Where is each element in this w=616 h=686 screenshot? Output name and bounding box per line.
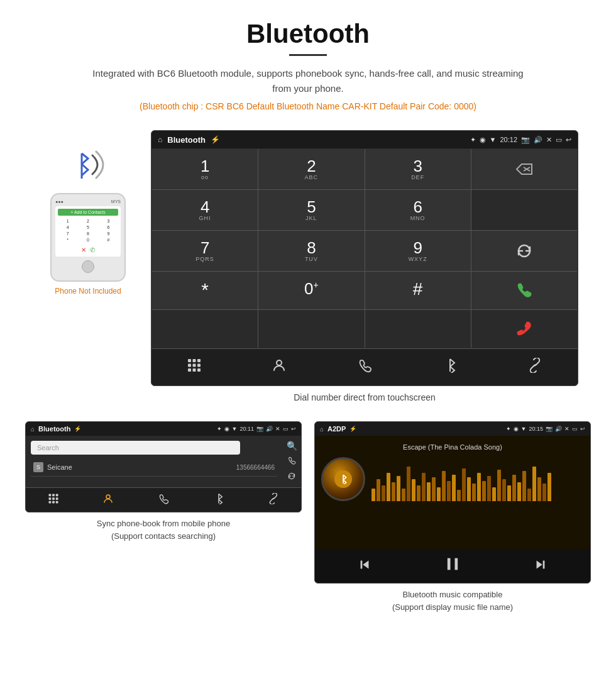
- nav-phone-icon[interactable]: [347, 355, 382, 379]
- camera-icon[interactable]: 📷: [521, 136, 530, 144]
- screen-label: Bluetooth: [167, 135, 206, 145]
- music-play-icon[interactable]: [444, 555, 461, 577]
- nav-dialpad-icon[interactable]: [177, 355, 212, 379]
- pb-back-icon[interactable]: ↩: [291, 426, 296, 432]
- dial-key-hash[interactable]: #: [365, 272, 471, 309]
- pb-time: 20:11: [239, 426, 254, 432]
- pb-nav-phone[interactable]: [158, 493, 169, 507]
- pb-win-icon[interactable]: ▭: [283, 426, 289, 432]
- time-display: 20:12: [500, 136, 517, 143]
- mus-back-icon[interactable]: ↩: [580, 426, 585, 432]
- pb-nav-contacts[interactable]: [102, 493, 114, 507]
- music-bar: [437, 487, 441, 501]
- svg-rect-23: [56, 501, 58, 504]
- music-bar: [502, 479, 506, 501]
- dial-key-6[interactable]: 6 MNO: [365, 190, 471, 230]
- pb-sidebar-refresh-icon[interactable]: [287, 472, 296, 482]
- mus-cam-icon[interactable]: 📷: [546, 426, 553, 432]
- nav-bluetooth-icon[interactable]: [432, 355, 468, 379]
- phonebook-main: Search S Seicane 13566664466: [26, 436, 282, 487]
- main-car-screen: ⌂ Bluetooth ⚡ ✦ ◉ ▼ 20:12 📷 🔊 ✕ ▭ ↩: [151, 130, 578, 386]
- close-icon[interactable]: ✕: [546, 136, 552, 144]
- main-status-bar: ⌂ Bluetooth ⚡ ✦ ◉ ▼ 20:12 📷 🔊 ✕ ▭ ↩: [151, 131, 578, 148]
- dial-key-1[interactable]: 1 oo: [152, 149, 258, 189]
- dial-key-star[interactable]: *: [152, 272, 258, 309]
- dial-key-7[interactable]: 7 PQRS: [152, 231, 258, 271]
- title-divider: [289, 54, 327, 56]
- pb-home-icon[interactable]: ⌂: [31, 426, 35, 433]
- mus-win-icon[interactable]: ▭: [572, 426, 578, 432]
- music-song-title: Escape (The Pina Colada Song): [321, 443, 584, 451]
- volume-icon[interactable]: 🔊: [534, 136, 542, 144]
- bluetooth-status-icon: ✦: [470, 136, 476, 144]
- dial-key-0[interactable]: 0+: [258, 272, 364, 309]
- contact-entry-seicane[interactable]: S Seicane 13566664466: [31, 458, 277, 477]
- bottom-section: ⌂ Bluetooth ⚡ ✦ ◉ ▼ 20:11 📷 🔊 ✕ ▭ ↩: [0, 421, 616, 626]
- pb-cam-icon[interactable]: 📷: [256, 426, 263, 432]
- music-prev-icon[interactable]: [358, 558, 371, 575]
- svg-rect-10: [188, 368, 191, 372]
- music-screen-block: ⌂ A2DP ⚡ ✦ ◉ ▼ 20:15 📷 🔊 ✕ ▭ ↩ Escape: [314, 421, 591, 613]
- usb-icon: ⚡: [211, 135, 220, 144]
- svg-rect-16: [52, 494, 55, 497]
- mus-screen-label: A2DP: [327, 425, 346, 433]
- music-bar: [547, 473, 551, 501]
- svg-rect-6: [197, 359, 201, 362]
- phone-dial-grid: 123 456 789 *0#: [58, 218, 118, 243]
- svg-rect-32: [543, 560, 545, 568]
- nav-link-icon[interactable]: [517, 355, 553, 379]
- dial-key-call-red[interactable]: [471, 310, 577, 348]
- dial-key-backspace[interactable]: [471, 149, 577, 189]
- music-bar: [382, 485, 385, 501]
- pb-sig-icon: ▼: [232, 426, 238, 432]
- page-description: Integrated with BC6 Bluetooth module, su…: [88, 66, 528, 96]
- back-icon[interactable]: ↩: [566, 136, 571, 144]
- home-icon[interactable]: ⌂: [158, 135, 162, 144]
- svg-rect-21: [48, 501, 51, 504]
- music-bars: (function(){ var heights = [20,35,25,45,…: [371, 457, 584, 501]
- status-left: ⌂ Bluetooth ⚡: [158, 135, 220, 145]
- dial-key-call-green[interactable]: [471, 272, 577, 309]
- signal-icon: ▼: [490, 136, 497, 143]
- phonebook-caption: Sync phone-book from mobile phone (Suppo…: [97, 517, 230, 542]
- mus-vol-icon[interactable]: 🔊: [555, 426, 562, 432]
- pb-close-icon[interactable]: ✕: [275, 426, 280, 432]
- nav-contacts-icon[interactable]: [261, 355, 297, 379]
- music-bar: [402, 489, 405, 501]
- dial-key-refresh[interactable]: [471, 231, 577, 271]
- svg-point-24: [106, 495, 110, 499]
- window-icon[interactable]: ▭: [556, 136, 562, 144]
- phone-top-bar: ●●● MYS: [55, 199, 121, 204]
- dial-key-8[interactable]: 8 TUV: [258, 231, 364, 271]
- dial-key-9[interactable]: 9 WXYZ: [365, 231, 471, 271]
- music-bar: [397, 476, 400, 501]
- music-bar: [412, 479, 415, 501]
- pb-sidebar-phone-icon[interactable]: [287, 456, 296, 467]
- mus-home-icon[interactable]: ⌂: [320, 426, 324, 433]
- pb-nav-link[interactable]: [268, 493, 279, 507]
- main-bottom-nav: [151, 348, 578, 385]
- pb-nav-dialpad[interactable]: [48, 493, 59, 507]
- svg-rect-12: [197, 368, 201, 372]
- music-bar: [542, 484, 546, 501]
- music-status-bar: ⌂ A2DP ⚡ ✦ ◉ ▼ 20:15 📷 🔊 ✕ ▭ ↩: [315, 422, 590, 436]
- page-header: Bluetooth Integrated with BC6 Bluetooth …: [0, 0, 616, 130]
- svg-rect-9: [197, 364, 201, 367]
- dial-key-3[interactable]: 3 DEF: [365, 149, 471, 189]
- pb-sidebar-search-icon[interactable]: 🔍: [287, 441, 297, 451]
- music-next-icon[interactable]: [534, 558, 547, 575]
- entry-name: Seicane: [47, 463, 236, 471]
- mus-close-icon[interactable]: ✕: [564, 426, 569, 432]
- pb-nav-bluetooth[interactable]: [213, 493, 224, 507]
- phone-not-included-label: Phone Not Included: [55, 287, 121, 296]
- phone-screen: + Add to Contacts 123 456 789 *0# ✕ ✆: [55, 206, 121, 257]
- dialpad-grid: 1 oo 2 ABC 3 DEF 4 GHI: [152, 149, 577, 348]
- dial-key-2[interactable]: 2 ABC: [258, 149, 364, 189]
- pb-vol-icon[interactable]: 🔊: [266, 426, 273, 432]
- svg-rect-18: [48, 497, 51, 500]
- dial-key-5[interactable]: 5 JKL: [258, 190, 364, 230]
- dial-key-4[interactable]: 4 GHI: [152, 190, 258, 230]
- search-bar[interactable]: Search: [31, 441, 240, 455]
- music-bar: [477, 473, 481, 501]
- music-bar: [427, 482, 431, 501]
